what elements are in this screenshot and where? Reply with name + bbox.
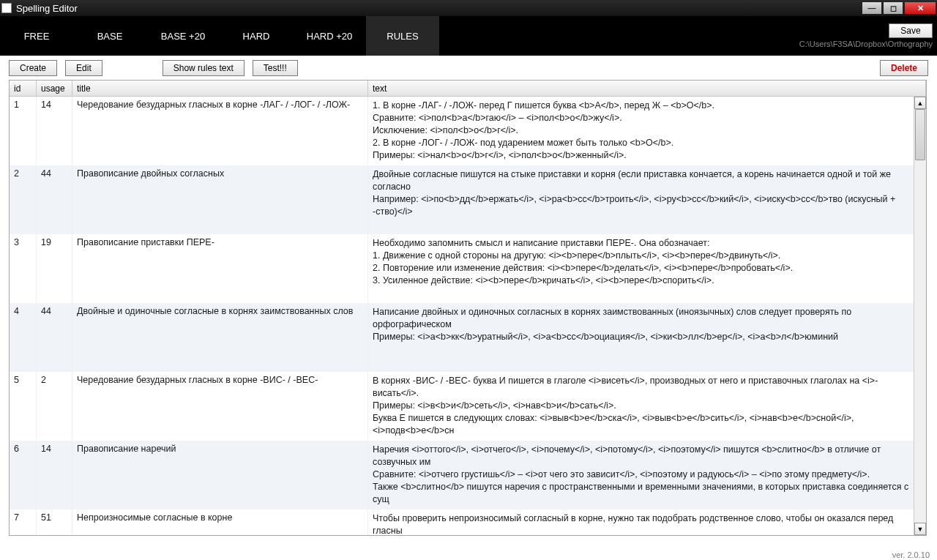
cell-usage: 51	[37, 509, 72, 535]
save-button[interactable]: Save	[889, 23, 933, 38]
titlebar: Spelling Editor — ◻ ✕	[0, 0, 937, 16]
tab-free[interactable]: FREE	[0, 16, 73, 56]
table-row[interactable]: 614Правописание наречийНаречия <i>оттого…	[10, 441, 926, 509]
cell-title: Чередование безударных гласных в корне -…	[72, 372, 368, 440]
cell-usage: 19	[37, 234, 72, 302]
column-usage[interactable]: usage	[37, 81, 72, 96]
version-label: ver. 2.0.10	[892, 550, 930, 559]
edit-button[interactable]: Edit	[65, 60, 102, 76]
cell-title: Непроизносимые согласные в корне	[72, 509, 368, 535]
cell-id: 5	[10, 372, 37, 440]
cell-title: Чередование безударных гласных в корне -…	[72, 97, 368, 165]
cell-text: Двойные согласные пишутся на стыке прист…	[368, 165, 926, 234]
cell-title: Правописание двойных согласных	[72, 165, 368, 234]
create-button[interactable]: Create	[9, 60, 57, 76]
delete-button[interactable]: Delete	[880, 60, 928, 76]
cell-text: Необходимо запомнить смысл и написание п…	[368, 234, 926, 302]
table-row[interactable]: 52Чередование безударных гласных в корне…	[10, 372, 926, 441]
tab-hard-20[interactable]: HARD +20	[293, 16, 366, 56]
cell-id: 2	[10, 165, 37, 234]
tabs-bar: FREEBASEBASE +20HARDHARD +20RULES Save C…	[0, 16, 937, 56]
cell-text: В корнях -ВИС- / -ВЕС- буква И пишется в…	[368, 372, 926, 440]
scroll-thumb[interactable]	[915, 109, 925, 160]
column-id[interactable]: id	[10, 81, 37, 96]
tab-hard[interactable]: HARD	[220, 16, 293, 56]
close-button[interactable]: ✕	[904, 1, 936, 15]
column-text[interactable]: text	[368, 81, 926, 96]
table-row[interactable]: 244Правописание двойных согласныхДвойные…	[10, 165, 926, 234]
tab-base[interactable]: BASE	[73, 16, 146, 56]
cell-text: 1. В корне -ЛАГ- / -ЛОЖ- перед Г пишется…	[368, 97, 926, 165]
cell-id: 7	[10, 509, 37, 535]
minimize-button[interactable]: —	[862, 1, 882, 15]
cell-title: Двойные и одиночные согласные в корнях з…	[72, 303, 368, 371]
cell-usage: 44	[37, 165, 72, 234]
cell-usage: 44	[37, 303, 72, 371]
app-icon	[1, 3, 12, 13]
cell-title: Правописание приставки ПЕРЕ-	[72, 234, 368, 302]
tab-base-20[interactable]: BASE +20	[146, 16, 220, 56]
scroll-up-icon[interactable]: ▲	[914, 97, 926, 109]
maximize-button[interactable]: ◻	[883, 1, 903, 15]
cell-text: Чтобы проверить непроизносимый согласный…	[368, 509, 926, 535]
cell-text: Написание двойных и одиночных согласных …	[368, 303, 926, 371]
scroll-down-icon[interactable]: ▼	[914, 523, 926, 535]
cell-usage: 2	[37, 372, 72, 440]
cell-id: 3	[10, 234, 37, 302]
show-rules-button[interactable]: Show rules text	[163, 60, 244, 76]
test-button[interactable]: Test!!!	[253, 60, 298, 76]
cell-id: 4	[10, 303, 37, 371]
tab-rules[interactable]: RULES	[366, 16, 439, 56]
cell-usage: 14	[37, 97, 72, 165]
cell-usage: 14	[37, 441, 72, 509]
cell-text: Наречия <i>оттого</i>, <i>отчего</i>, <i…	[368, 441, 926, 509]
table-row[interactable]: 751Непроизносимые согласные в корнеЧтобы…	[10, 509, 926, 535]
window-title: Spelling Editor	[16, 3, 78, 14]
column-title[interactable]: title	[72, 81, 368, 96]
rules-table: id usage title text 114Чередование безуд…	[9, 80, 927, 536]
vertical-scrollbar[interactable]: ▲ ▼	[914, 97, 926, 535]
cell-id: 6	[10, 441, 37, 509]
file-path: C:\Users\F3SA\Dropbox\Orthography	[799, 40, 933, 48]
table-row[interactable]: 319Правописание приставки ПЕРЕ-Необходим…	[10, 234, 926, 303]
cell-title: Правописание наречий	[72, 441, 368, 509]
table-row[interactable]: 444Двойные и одиночные согласные в корня…	[10, 303, 926, 372]
toolbar: Create Edit Show rules text Test!!! Dele…	[0, 56, 937, 80]
cell-id: 1	[10, 97, 37, 165]
table-row[interactable]: 114Чередование безударных гласных в корн…	[10, 97, 926, 165]
